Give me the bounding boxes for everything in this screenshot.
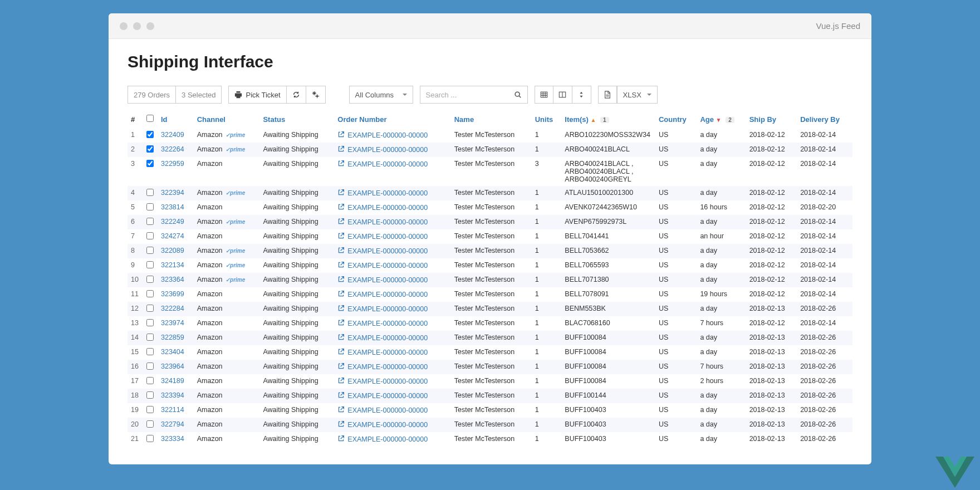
- row-checkbox[interactable]: [146, 406, 154, 413]
- id-link[interactable]: 323364: [161, 276, 184, 283]
- row-checkbox[interactable]: [146, 276, 154, 283]
- column-filter-select[interactable]: All Columns: [349, 86, 413, 104]
- row-checkbox[interactable]: [146, 189, 154, 196]
- table-row[interactable]: 7324274AmazonAwaiting ShippingEXAMPLE-00…: [128, 229, 852, 244]
- row-checkbox[interactable]: [146, 334, 154, 341]
- col-channel[interactable]: Channel: [194, 111, 260, 128]
- table-row[interactable]: 9322134Amazon ✓primeAwaiting ShippingEXA…: [128, 258, 852, 273]
- row-checkbox[interactable]: [146, 145, 154, 153]
- col-num[interactable]: #: [128, 111, 143, 128]
- col-age[interactable]: Age ▼ 2: [697, 111, 746, 128]
- sort-button[interactable]: [572, 86, 591, 104]
- col-name[interactable]: Name: [451, 111, 532, 128]
- id-link[interactable]: 322089: [161, 247, 184, 254]
- window-dot-1[interactable]: [120, 22, 128, 30]
- row-checkbox[interactable]: [146, 305, 154, 312]
- order-link[interactable]: EXAMPLE-000000-00000: [337, 247, 428, 256]
- order-link[interactable]: EXAMPLE-000000-00000: [337, 348, 428, 357]
- search-button[interactable]: [509, 86, 528, 104]
- order-link[interactable]: EXAMPLE-000000-00000: [337, 189, 428, 198]
- order-link[interactable]: EXAMPLE-000000-00000: [337, 131, 428, 140]
- row-checkbox[interactable]: [146, 319, 154, 326]
- id-link[interactable]: 323334: [161, 435, 184, 443]
- col-country[interactable]: Country: [655, 111, 697, 128]
- table-row[interactable]: 11323699AmazonAwaiting ShippingEXAMPLE-0…: [128, 287, 852, 302]
- row-checkbox[interactable]: [146, 348, 154, 355]
- order-link[interactable]: EXAMPLE-000000-00000: [337, 377, 428, 386]
- col-delivery-by[interactable]: Delivery By: [797, 111, 852, 128]
- row-checkbox[interactable]: [146, 420, 154, 428]
- table-row[interactable]: 4322394Amazon ✓primeAwaiting ShippingEXA…: [128, 186, 852, 200]
- id-link[interactable]: 323814: [161, 203, 184, 211]
- id-link[interactable]: 323394: [161, 391, 184, 399]
- id-link[interactable]: 322249: [161, 218, 184, 226]
- table-row[interactable]: 10323364Amazon ✓primeAwaiting ShippingEX…: [128, 273, 852, 287]
- table-row[interactable]: 12322284AmazonAwaiting ShippingEXAMPLE-0…: [128, 302, 852, 316]
- order-link[interactable]: EXAMPLE-000000-00000: [337, 362, 428, 371]
- row-checkbox[interactable]: [146, 160, 154, 167]
- order-link[interactable]: EXAMPLE-000000-00000: [337, 218, 428, 227]
- id-link[interactable]: 322264: [161, 145, 184, 153]
- id-link[interactable]: 322114: [161, 406, 184, 414]
- table-row[interactable]: 20322794AmazonAwaiting ShippingEXAMPLE-0…: [128, 418, 852, 432]
- order-link[interactable]: EXAMPLE-000000-00000: [337, 319, 428, 328]
- order-link[interactable]: EXAMPLE-000000-00000: [337, 232, 428, 241]
- id-link[interactable]: 323974: [161, 319, 184, 327]
- window-dot-3[interactable]: [146, 22, 154, 30]
- col-id[interactable]: Id: [158, 111, 194, 128]
- id-link[interactable]: 323964: [161, 362, 184, 370]
- id-link[interactable]: 322284: [161, 305, 184, 312]
- order-link[interactable]: EXAMPLE-000000-00000: [337, 290, 428, 299]
- row-checkbox[interactable]: [146, 362, 154, 370]
- table-row[interactable]: 1322409Amazon ✓primeAwaiting ShippingEXA…: [128, 128, 852, 143]
- table-row[interactable]: 19322114AmazonAwaiting ShippingEXAMPLE-0…: [128, 403, 852, 418]
- columns-view-button[interactable]: [553, 86, 572, 104]
- row-checkbox[interactable]: [146, 232, 154, 239]
- id-link[interactable]: 322859: [161, 334, 184, 341]
- row-checkbox[interactable]: [146, 377, 154, 384]
- table-row[interactable]: 17324189AmazonAwaiting ShippingEXAMPLE-0…: [128, 374, 852, 389]
- window-dot-2[interactable]: [133, 22, 141, 30]
- row-checkbox[interactable]: [146, 203, 154, 210]
- id-link[interactable]: 323404: [161, 348, 184, 356]
- order-link[interactable]: EXAMPLE-000000-00000: [337, 305, 428, 313]
- order-link[interactable]: EXAMPLE-000000-00000: [337, 276, 428, 285]
- order-link[interactable]: EXAMPLE-000000-00000: [337, 145, 428, 154]
- settings-button[interactable]: [306, 86, 326, 104]
- order-link[interactable]: EXAMPLE-000000-00000: [337, 391, 428, 400]
- refresh-button[interactable]: [287, 86, 306, 104]
- table-row[interactable]: 6322249Amazon ✓primeAwaiting ShippingEXA…: [128, 215, 852, 229]
- pick-ticket-button[interactable]: Pick Ticket: [228, 86, 286, 104]
- table-row[interactable]: 21323334AmazonAwaiting ShippingEXAMPLE-0…: [128, 432, 852, 447]
- col-units[interactable]: Units: [532, 111, 562, 128]
- row-checkbox[interactable]: [146, 435, 154, 442]
- id-link[interactable]: 324274: [161, 232, 184, 240]
- col-order-number[interactable]: Order Number: [334, 111, 450, 128]
- order-link[interactable]: EXAMPLE-000000-00000: [337, 203, 428, 212]
- id-link[interactable]: 322409: [161, 131, 184, 139]
- table-view-button[interactable]: [535, 86, 553, 104]
- order-link[interactable]: EXAMPLE-000000-00000: [337, 420, 428, 429]
- id-link[interactable]: 322959: [161, 160, 184, 168]
- export-format-select[interactable]: XLSX: [617, 86, 658, 104]
- table-row[interactable]: 5323814AmazonAwaiting ShippingEXAMPLE-00…: [128, 200, 852, 215]
- table-row[interactable]: 16323964AmazonAwaiting ShippingEXAMPLE-0…: [128, 360, 852, 374]
- row-checkbox[interactable]: [146, 391, 154, 399]
- order-link[interactable]: EXAMPLE-000000-00000: [337, 334, 428, 342]
- order-link[interactable]: EXAMPLE-000000-00000: [337, 261, 428, 270]
- row-checkbox[interactable]: [146, 247, 154, 254]
- table-row[interactable]: 8322089Amazon ✓primeAwaiting ShippingEXA…: [128, 244, 852, 258]
- export-file-button[interactable]: [598, 86, 617, 104]
- table-row[interactable]: 2322264Amazon ✓primeAwaiting ShippingEXA…: [128, 143, 852, 157]
- row-checkbox[interactable]: [146, 261, 154, 268]
- id-link[interactable]: 322394: [161, 189, 184, 197]
- row-checkbox[interactable]: [146, 290, 154, 297]
- table-row[interactable]: 3322959AmazonAwaiting ShippingEXAMPLE-00…: [128, 157, 852, 186]
- id-link[interactable]: 322794: [161, 420, 184, 428]
- order-link[interactable]: EXAMPLE-000000-00000: [337, 435, 428, 444]
- order-link[interactable]: EXAMPLE-000000-00000: [337, 160, 428, 169]
- order-link[interactable]: EXAMPLE-000000-00000: [337, 406, 428, 415]
- table-row[interactable]: 18323394AmazonAwaiting ShippingEXAMPLE-0…: [128, 389, 852, 403]
- col-ship-by[interactable]: Ship By: [746, 111, 797, 128]
- search-input[interactable]: [420, 86, 509, 104]
